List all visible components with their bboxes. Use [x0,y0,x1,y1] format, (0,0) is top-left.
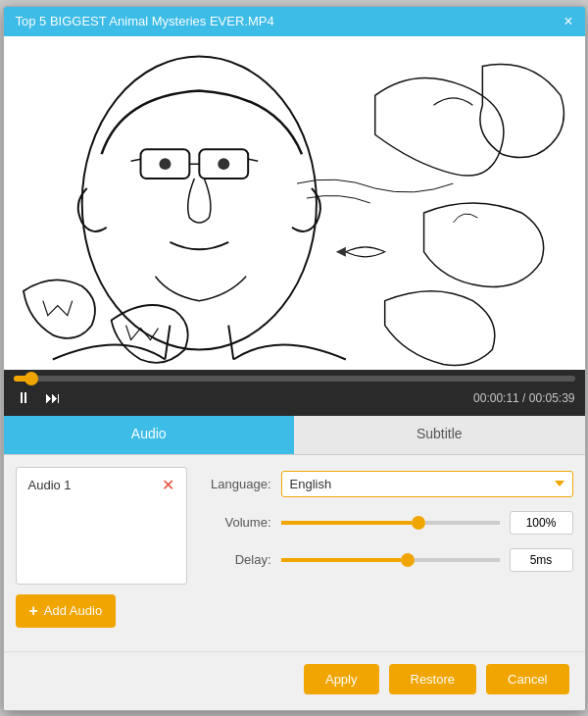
volume-row: Volume: [203,511,573,535]
video-controls: ⏸ ⏭ 00:00:11 / 00:05:39 [4,370,585,416]
language-row: Language: English French Spanish German … [203,471,573,497]
content-area: Audio 1 ✕ + Add Audio Language: English … [4,455,585,651]
delay-label: Delay: [203,552,271,567]
title-bar: Top 5 BIGGEST Animal Mysteries EVER.MP4 … [4,7,585,36]
settings-panel: Language: English French Spanish German … [203,467,573,639]
volume-slider[interactable] [281,513,500,533]
tabs-row: Audio Subtitle [4,416,585,455]
current-time: 00:00:11 [473,391,519,405]
apply-button[interactable]: Apply [304,664,379,694]
close-button[interactable]: × [564,14,572,29]
svg-line-5 [248,159,258,161]
svg-point-7 [218,158,229,170]
progress-bar[interactable] [14,376,575,382]
restore-button[interactable]: Restore [389,664,477,694]
volume-thumb[interactable] [412,516,425,530]
svg-point-0 [81,56,316,349]
total-time: 00:05:39 [529,391,575,405]
language-label: Language: [203,477,271,491]
tab-audio[interactable]: Audio [4,416,295,454]
volume-label: Volume: [203,515,271,530]
audio-list-panel: Audio 1 ✕ + Add Audio [16,467,187,639]
delay-row: Delay: [203,548,573,572]
language-select[interactable]: English French Spanish German Chinese [281,471,573,497]
delay-input[interactable] [510,548,573,572]
remove-audio-button[interactable]: ✕ [162,478,174,493]
cancel-button[interactable]: Cancel [486,664,568,694]
add-audio-button[interactable]: + Add Audio [16,594,117,628]
audio-item-label: Audio 1 [28,478,72,492]
svg-point-6 [159,158,171,170]
pause-button[interactable]: ⏸ [14,388,33,408]
delay-thumb[interactable] [401,553,415,567]
add-audio-label: Add Audio [44,603,102,618]
time-separator: / [522,391,529,405]
svg-line-4 [130,159,140,161]
forward-button[interactable]: ⏭ [43,388,63,408]
plus-icon: + [29,602,38,620]
audio-list: Audio 1 ✕ [16,467,187,585]
time-display: 00:00:11 / 00:05:39 [473,391,574,405]
video-area [4,36,585,370]
delay-slider[interactable] [281,550,500,570]
main-window: Top 5 BIGGEST Animal Mysteries EVER.MP4 … [3,6,586,711]
progress-thumb [24,372,38,385]
volume-input[interactable] [510,511,573,535]
tab-subtitle[interactable]: Subtitle [294,416,585,454]
list-item: Audio 1 ✕ [23,474,180,497]
progress-fill [14,376,32,382]
window-title: Top 5 BIGGEST Animal Mysteries EVER.MP4 [16,14,274,28]
footer-buttons: Apply Restore Cancel [4,651,585,710]
